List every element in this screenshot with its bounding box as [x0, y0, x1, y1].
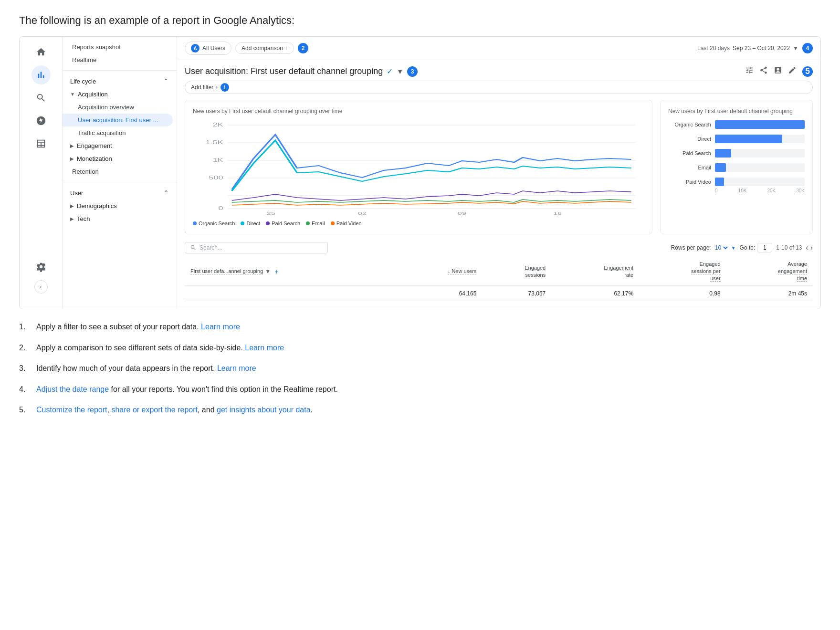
- col-engagement-rate[interactable]: Engagement rate: [551, 257, 639, 286]
- collapse-button[interactable]: ‹: [34, 280, 48, 294]
- prev-page-button[interactable]: ‹: [806, 243, 808, 252]
- table-icon[interactable]: [32, 134, 51, 153]
- next-page-button[interactable]: ›: [810, 243, 813, 252]
- report-dropdown-icon[interactable]: ▼: [397, 68, 403, 75]
- chart-legend: Organic Search Direct Paid Search E: [193, 220, 644, 226]
- rows-per-page-select[interactable]: 10 25 50: [713, 244, 729, 252]
- bar-row-paid-video: Paid Video: [668, 178, 805, 186]
- nav-acquisition-header[interactable]: ▼ Acquisition: [63, 88, 177, 101]
- share-export-link[interactable]: share or export the report: [111, 406, 198, 414]
- col-new-users-label: ↓ New users: [448, 268, 477, 274]
- col-channel-inner: First user defa...annel grouping ▼ +: [190, 268, 390, 275]
- col-engaged-per-user-label: Engaged: [700, 261, 721, 267]
- list-item-4: 4. Adjust the date range for all your re…: [19, 383, 821, 396]
- list-num-1: 1.: [19, 321, 31, 333]
- col-channel[interactable]: First user defa...annel grouping ▼ +: [185, 257, 396, 286]
- add-column-button[interactable]: +: [274, 268, 278, 275]
- date-label: Last 28 days: [697, 45, 730, 52]
- acquisition-arrow: ▼: [70, 92, 75, 97]
- col-engaged-per-user[interactable]: Engaged sessions per user: [639, 257, 726, 286]
- lifecycle-chevron[interactable]: ⌃: [163, 77, 169, 85]
- settings-icon[interactable]: [32, 257, 51, 276]
- list-text-4: Adjust the date range for all your repor…: [36, 383, 338, 396]
- col-sort-icon[interactable]: ▼: [265, 268, 271, 275]
- nav-monetization-header[interactable]: ▶ Monetization: [63, 152, 177, 165]
- tech-arrow: ▶: [70, 216, 74, 221]
- svg-text:1.5K: 1.5K: [205, 140, 223, 145]
- col-avg-engagement-inner: Average engagement time: [732, 261, 807, 282]
- add-comparison-label: Add comparison +: [242, 45, 288, 52]
- legend-paid-search: Paid Search: [266, 220, 300, 226]
- goto-input[interactable]: [757, 243, 772, 252]
- col-new-users[interactable]: ↓ New users: [396, 257, 482, 286]
- home-icon[interactable]: [32, 42, 51, 62]
- customize-icon[interactable]: [745, 66, 754, 77]
- total-new-users: 64,165: [396, 286, 482, 301]
- nav-retention[interactable]: Retention: [63, 165, 177, 178]
- col-engaged-sessions-inner: Engaged sessions: [488, 265, 546, 278]
- col-engagement-rate-inner: Engagement rate: [557, 265, 633, 278]
- learn-more-link-3[interactable]: Learn more: [217, 364, 256, 372]
- edit-icon[interactable]: [788, 66, 797, 77]
- insights-icon[interactable]: [774, 66, 782, 77]
- col-avg-engagement[interactable]: Average engagement time: [726, 257, 813, 286]
- table-header-row: First user defa...annel grouping ▼ + ↓ N…: [185, 257, 813, 286]
- axis-10k: 10K: [738, 188, 747, 193]
- learn-more-link-2[interactable]: Learn more: [245, 344, 284, 352]
- total-avg-engagement: 2m 45s: [726, 286, 813, 301]
- nav-demographics-header[interactable]: ▶ Demographics: [63, 200, 177, 212]
- add-comparison-button[interactable]: Add comparison +: [235, 42, 294, 54]
- legend-label-direct: Direct: [246, 220, 260, 226]
- list-text-3: Identify how much of your data appears i…: [36, 362, 256, 375]
- table-area: Search... Rows per page: 10 25 50 ▼: [177, 242, 820, 309]
- share-icon[interactable]: [759, 66, 768, 77]
- antenna-icon[interactable]: [32, 111, 51, 130]
- svg-text:1K: 1K: [212, 158, 223, 163]
- date-dropdown-icon[interactable]: ▼: [793, 45, 798, 52]
- col-channel-label: First user defa...annel grouping: [190, 268, 263, 274]
- bar-chart-title: New users by First user default channel …: [668, 108, 805, 115]
- col-engaged-per-user-label2: sessions per: [691, 268, 721, 274]
- learn-more-link-1[interactable]: Learn more: [201, 323, 240, 331]
- list-item-1: 1. Apply a filter to see a subset of you…: [19, 321, 821, 333]
- page-title: The following is an example of a report …: [19, 14, 821, 27]
- col-engaged-sessions-label: Engaged: [525, 265, 546, 271]
- search-table-icon: [190, 244, 197, 251]
- search-icon[interactable]: [32, 88, 51, 107]
- legend-dot-email: [306, 221, 310, 225]
- table-search[interactable]: Search...: [185, 242, 328, 253]
- col-engaged-sessions[interactable]: Engaged sessions: [482, 257, 551, 286]
- adjust-date-link[interactable]: Adjust the date range: [36, 385, 109, 393]
- nav-traffic-acquisition[interactable]: Traffic acquisition: [63, 126, 177, 139]
- total-engagement-rate: 62.17%: [551, 286, 639, 301]
- report-title-text: User acquisition: First user default cha…: [185, 66, 383, 76]
- report-title: User acquisition: First user default cha…: [185, 66, 403, 76]
- legend-label-paid-search: Paid Search: [272, 220, 300, 226]
- table-search-row: Search... Rows per page: 10 25 50 ▼: [185, 242, 813, 253]
- legend-email: Email: [306, 220, 325, 226]
- axis-30k: 30K: [796, 188, 805, 193]
- rows-per-page-label: Rows per page:: [671, 244, 711, 251]
- nav-acquisition-overview[interactable]: Acquisition overview: [63, 101, 177, 114]
- nav-realtime[interactable]: Realtime: [63, 53, 177, 66]
- all-users-chip[interactable]: A All Users: [185, 42, 231, 55]
- get-insights-link[interactable]: get insights about your data: [217, 406, 311, 414]
- bar-axis: 0 10K 20K 30K: [668, 188, 805, 193]
- add-filter-button[interactable]: Add filter + 1: [185, 81, 813, 94]
- bar-label-direct: Direct: [668, 136, 711, 142]
- bar-track-organic: [715, 120, 805, 129]
- bar-chart-icon[interactable]: [32, 65, 51, 84]
- bar-track-email: [715, 163, 805, 172]
- bar-chart-panel: New users by First user default channel …: [660, 100, 813, 234]
- icon-sidebar: ‹: [20, 37, 63, 309]
- bar-row-paid-search: Paid Search: [668, 149, 805, 158]
- nav-engagement-header[interactable]: ▶ Engagement: [63, 139, 177, 152]
- bar-label-paid-search: Paid Search: [668, 150, 711, 156]
- customize-report-link[interactable]: Customize the report: [36, 406, 107, 414]
- nav-user-acquisition[interactable]: User acquisition: First user ...: [63, 114, 173, 126]
- nav-reports-snapshot[interactable]: Reports snapshot: [63, 41, 177, 53]
- user-chevron[interactable]: ⌃: [163, 189, 169, 197]
- line-chart-title: New users by First user default channel …: [193, 108, 644, 115]
- nav-tech-header[interactable]: ▶ Tech: [63, 212, 177, 225]
- main-content: A All Users Add comparison + 2 Last 28 d…: [177, 37, 820, 309]
